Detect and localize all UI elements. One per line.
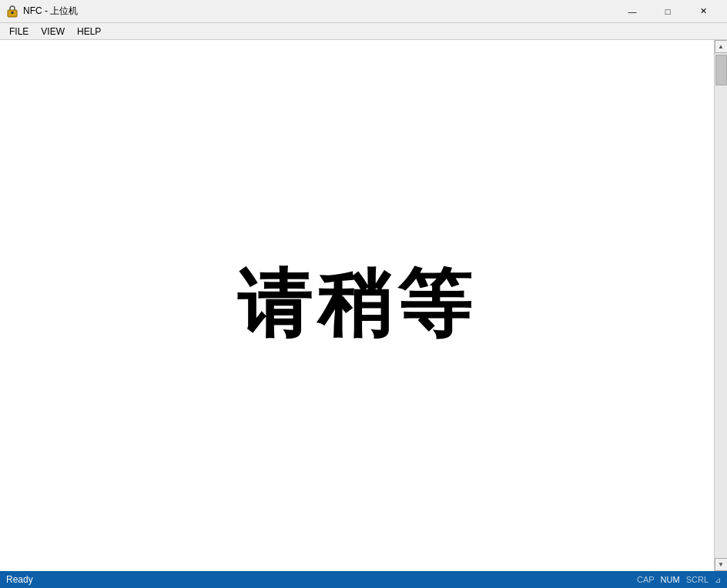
status-indicators: CAP NUM SCRL ⊿ <box>637 575 721 584</box>
menu-file[interactable]: FILE <box>3 25 35 38</box>
title-bar-text: NFC - 上位机 <box>23 5 615 18</box>
status-bar: Ready CAP NUM SCRL ⊿ <box>0 571 727 588</box>
scrl-indicator: SCRL <box>686 575 709 584</box>
svg-rect-1 <box>12 12 14 14</box>
menu-help[interactable]: HELP <box>71 25 107 38</box>
title-bar: NFC - 上位机 — □ ✕ <box>0 0 727 23</box>
minimize-button[interactable]: — <box>615 0 650 23</box>
main-area: 请稍等 ▲ ▼ <box>0 40 727 571</box>
status-text: Ready <box>6 574 33 585</box>
scrollbar[interactable]: ▲ ▼ <box>714 40 727 571</box>
menu-view[interactable]: VIEW <box>35 25 71 38</box>
scrollbar-thumb[interactable] <box>715 55 727 85</box>
num-indicator: NUM <box>661 575 680 584</box>
cap-indicator: CAP <box>637 575 655 584</box>
resize-grip: ⊿ <box>715 576 721 584</box>
maximize-button[interactable]: □ <box>650 0 685 23</box>
menu-bar: FILE VIEW HELP <box>0 23 727 40</box>
app-icon <box>6 5 18 18</box>
scrollbar-up-button[interactable]: ▲ <box>715 40 728 53</box>
scrollbar-down-button[interactable]: ▼ <box>715 558 728 571</box>
scrollbar-track[interactable] <box>715 53 728 558</box>
content-area: 请稍等 <box>0 40 714 571</box>
title-bar-controls: — □ ✕ <box>615 0 721 23</box>
close-button[interactable]: ✕ <box>685 0 721 23</box>
main-message: 请稍等 <box>237 256 477 356</box>
